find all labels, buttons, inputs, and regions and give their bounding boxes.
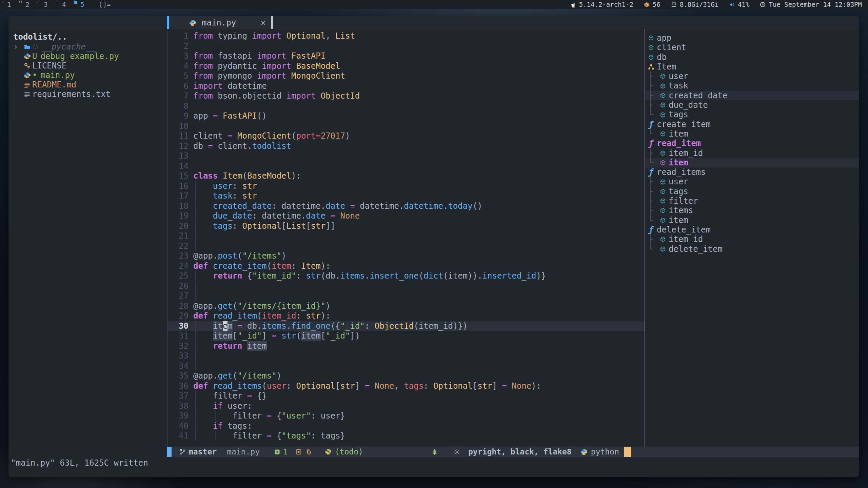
tab-main-py[interactable]: main.py × [167, 16, 270, 29]
outline-symbol-due_date[interactable]: ├due_date [645, 100, 859, 110]
code-line-30[interactable]: 30│ item = db.items.find_one({"_id": Obj… [167, 321, 645, 331]
variable-icon [657, 188, 669, 195]
outline-symbol-Item[interactable]: Item [645, 62, 859, 72]
code-line-17[interactable]: 17│ task: str [167, 191, 645, 201]
code-line-5[interactable]: 5from pymongo import MongoClient [167, 71, 645, 81]
outline-symbol-item_id[interactable]: ├item_id [645, 148, 859, 158]
code-line-31[interactable]: 31│ item["_id"] = str(item["_id"]) [167, 331, 645, 341]
workspace-tag-3[interactable]: 3 [37, 0, 55, 9]
code-line-7[interactable]: 7from bson.objectid import ObjectId [167, 91, 645, 101]
outline-symbol-item[interactable]: └item [645, 129, 859, 139]
code-line-27[interactable]: 27│ [167, 291, 645, 301]
code-line-10[interactable]: 10 [167, 121, 645, 131]
code-line-23[interactable]: 23@app.post("/items") [167, 251, 645, 261]
workspace-tag-5[interactable]: 5 [73, 0, 92, 9]
code-line-26[interactable]: 26│ [167, 281, 645, 291]
code-line-38[interactable]: 38│ if user: [167, 401, 645, 411]
line-number: 21 [167, 231, 193, 241]
code-line-3[interactable]: 3from fastapi import FastAPI [167, 51, 645, 61]
git-status-marker: U [32, 52, 37, 61]
code-line-25[interactable]: 25│ return {"item_id": str(db.items.inse… [167, 271, 645, 281]
line-number: 17 [167, 191, 193, 201]
outline-symbol-created_date[interactable]: ├created_date [645, 91, 859, 100]
command-line[interactable]: "main.py" 63L, 1625C written [8, 457, 859, 477]
code-line-37[interactable]: 37│ filter = {} [167, 391, 645, 401]
tag-label: 1 [7, 1, 11, 8]
code-line-4[interactable]: 4from pydantic import BaseModel [167, 61, 645, 72]
git-branch: master [179, 447, 217, 456]
outline-symbol-read_item[interactable]: ƒread_item [645, 139, 859, 148]
variable-icon [657, 160, 669, 166]
code-line-28[interactable]: 28@app.get("/items/{item_id}") [167, 301, 645, 311]
code-line-36[interactable]: 36def read_items(user: Optional[str] = N… [167, 381, 645, 391]
tree-item-LICENSE[interactable]: LICENSE [13, 61, 167, 70]
tree-root[interactable]: todolist/.. [13, 32, 167, 42]
code-line-29[interactable]: 29def read_item(item_id: str): [167, 311, 645, 321]
outline-symbol-client[interactable]: client [645, 43, 859, 52]
code-line-24[interactable]: 24def create_item(item: Item): [167, 261, 645, 271]
filetype-label: python [591, 447, 619, 456]
line-number: 36 [167, 381, 193, 391]
tree-item-main.py[interactable]: •main.py [13, 70, 167, 80]
line-number: 38 [167, 401, 193, 411]
code-line-40[interactable]: 40│ if tags: [167, 421, 645, 431]
code-line-11[interactable]: 11client = MongoClient(port=27017) [167, 131, 645, 141]
workspace-tag-2[interactable]: 2 [18, 0, 37, 9]
close-icon[interactable]: × [260, 18, 266, 28]
outline-symbol-db[interactable]: db [645, 53, 859, 62]
line-number: 15 [167, 171, 193, 181]
code-line-33[interactable]: 33│ [167, 351, 645, 361]
code-line-20[interactable]: 20│ tags: Optional[List[str]] [167, 221, 645, 231]
outline-symbol-tags[interactable]: └tags [645, 110, 859, 119]
code-line-16[interactable]: 16│ user: str [167, 181, 645, 191]
outline-symbol-item[interactable]: └item [645, 158, 859, 167]
outline-symbol-task[interactable]: ├task [645, 81, 859, 90]
code-line-12[interactable]: 12db = client.todolist [167, 141, 645, 151]
code-line-14[interactable]: 14 [167, 161, 645, 171]
outline-symbol-user[interactable]: ├user [645, 72, 859, 81]
code-line-41[interactable]: 41│ │ filter = {"tags": tags} [167, 431, 645, 441]
code-line-21[interactable]: 21│ [167, 231, 645, 241]
outline-symbol-user[interactable]: ├user [645, 177, 859, 186]
code-line-13[interactable]: 13 [167, 151, 645, 161]
workspace-tag-4[interactable]: 4 [55, 0, 73, 9]
outline-symbol-create_item[interactable]: ƒcreate_item [645, 120, 859, 129]
outline-symbol-app[interactable]: app [645, 33, 859, 43]
outline-symbol-read_items[interactable]: ƒread_items [645, 167, 859, 177]
line-number: 26 [167, 281, 193, 291]
outline-symbol-filter[interactable]: ├filter [645, 196, 859, 206]
code-editor[interactable]: 1from typing import Optional, List23from… [167, 29, 645, 447]
code-line-6[interactable]: 6import datetime [167, 81, 645, 92]
tree-item-requirements.txt[interactable]: requirements.txt [13, 89, 167, 99]
code-line-9[interactable]: 9app = FastAPI() [167, 111, 645, 121]
workspace-tag-1[interactable]: 1 [0, 0, 18, 9]
variable-icon [657, 102, 669, 108]
code-line-8[interactable]: 8 [167, 101, 645, 111]
code-text: class Item(BaseModel): [193, 171, 645, 181]
outline-symbol-item[interactable]: └item [645, 216, 859, 225]
layout-symbol[interactable]: []= [99, 1, 111, 8]
code-line-15[interactable]: 15class Item(BaseModel): [167, 171, 645, 181]
tree-item-README.md[interactable]: README.md [13, 80, 167, 89]
code-line-22[interactable]: 22│ [167, 241, 645, 251]
code-text [193, 121, 645, 131]
code-line-39[interactable]: 39│ │ filter = {"user": user} [167, 411, 645, 421]
outline-symbol-item_id[interactable]: ├item_id [645, 235, 859, 244]
code-line-1[interactable]: 1from typing import Optional, List [167, 31, 645, 41]
code-line-18[interactable]: 18│ created_date: datetime.date = dateti… [167, 201, 645, 211]
code-line-35[interactable]: 35@app.get("/items") [167, 371, 645, 381]
outline-symbol-delete_item[interactable]: ƒdelete_item [645, 225, 859, 235]
line-number: 1 [167, 31, 193, 41]
git-diff-counts: 1 6 [274, 447, 311, 456]
status-text: 8.8Gi/31Gi [680, 1, 718, 8]
outline-symbol-tags[interactable]: ├tags [645, 187, 859, 196]
code-line-19[interactable]: 19│ due_date: datetime.date = None [167, 211, 645, 221]
tree-item-__pycache__[interactable]: ›__pycache__ [13, 42, 167, 52]
status-text: 5.14.2-arch1-2 [579, 1, 633, 8]
outline-symbol-delete_item[interactable]: └delete_item [645, 244, 859, 254]
code-line-32[interactable]: 32│ return item [167, 341, 645, 351]
code-line-2[interactable]: 2 [167, 41, 645, 52]
outline-symbol-items[interactable]: ├items [645, 206, 859, 215]
tree-item-debug_example.py[interactable]: Udebug_example.py [13, 52, 167, 61]
code-line-34[interactable]: 34│ [167, 361, 645, 371]
